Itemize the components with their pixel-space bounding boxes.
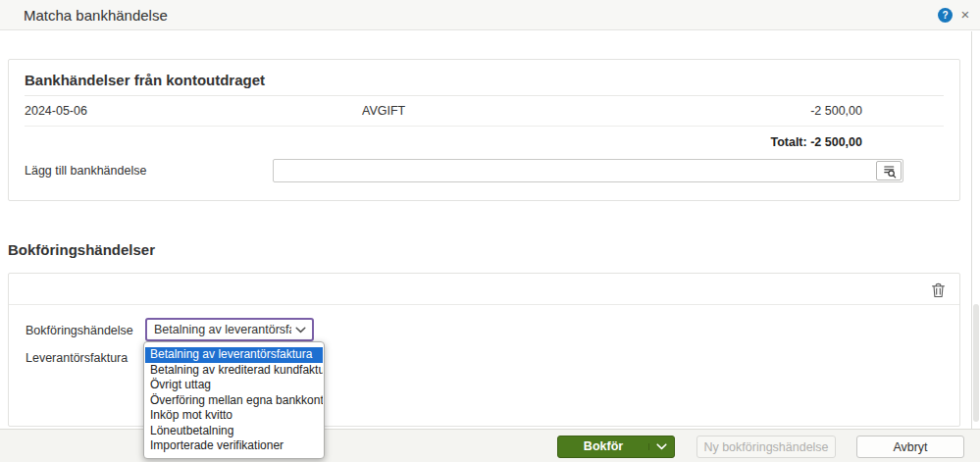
add-bank-transaction-field-wrap — [273, 159, 903, 182]
dropdown-option[interactable]: Överföring mellan egna bankkonton — [145, 393, 323, 409]
dropdown-option[interactable]: Betalning av krediterad kundfaktura — [145, 363, 323, 379]
new-booking-event-button: Ny bokföringshändelse — [696, 436, 836, 458]
transaction-amount: -2 500,00 — [689, 104, 944, 118]
close-icon[interactable]: × — [957, 5, 973, 25]
post-button[interactable]: Bokför — [558, 436, 648, 457]
dropdown-option[interactable]: Betalning av leverantörsfaktura — [145, 347, 323, 363]
booking-event-select[interactable]: Betalning av leverantörsfa... — [145, 318, 314, 341]
dialog-header: Matcha bankhändelse ? × — [0, 0, 980, 30]
document-search-icon — [882, 164, 897, 179]
scrollbar-thumb[interactable] — [973, 304, 979, 422]
dropdown-option[interactable]: Övrigt uttag — [145, 378, 323, 393]
dialog-title: Matcha bankhändelse — [24, 7, 168, 24]
supplier-invoice-label: Leverantörsfaktura — [26, 351, 128, 365]
bank-transactions-panel: Bankhändelser från kontoutdraget 2024-05… — [8, 59, 960, 201]
dropdown-option[interactable]: Importerade verifikationer — [145, 438, 323, 454]
cancel-button[interactable]: Avbryt — [856, 436, 964, 458]
matcha-bankhandelse-dialog: Matcha bankhändelse ? × Bankhändelser fr… — [0, 0, 980, 462]
transaction-date: 2024-05-06 — [25, 104, 362, 118]
post-options-button[interactable] — [648, 443, 674, 450]
scrollbar-track — [971, 31, 972, 429]
booking-panel-toolbar — [9, 274, 959, 305]
add-bank-transaction-input[interactable] — [273, 159, 903, 182]
post-button-group: Bokför — [557, 436, 675, 458]
dropdown-option[interactable]: Löneutbetalning — [145, 424, 323, 439]
search-transactions-button[interactable] — [876, 161, 902, 180]
booking-events-title: Bokföringshändelser — [8, 241, 155, 258]
chevron-down-icon — [295, 327, 306, 334]
delete-booking-event-button[interactable] — [929, 282, 947, 299]
help-glyph: ? — [942, 10, 948, 21]
chevron-down-icon — [656, 443, 667, 450]
add-bank-transaction-label: Lägg till bankhändelse — [25, 164, 146, 178]
transaction-description: AVGIFT — [362, 104, 689, 118]
bank-panel-title: Bankhändelser från kontoutdraget — [25, 72, 265, 88]
bank-transaction-row[interactable]: 2024-05-06 AVGIFT -2 500,00 — [25, 96, 944, 127]
close-glyph: × — [961, 6, 970, 23]
booking-event-selected-value: Betalning av leverantörsfa... — [154, 323, 291, 336]
trash-icon — [931, 282, 946, 298]
booking-event-dropdown-menu: Betalning av leverantörsfakturaBetalning… — [143, 341, 325, 459]
bank-total: Totalt: -2 500,00 — [770, 128, 944, 156]
dropdown-option[interactable]: Inköp mot kvitto — [145, 408, 323, 424]
booking-event-label: Bokföringshändelse — [26, 324, 133, 337]
help-icon[interactable]: ? — [938, 8, 953, 23]
